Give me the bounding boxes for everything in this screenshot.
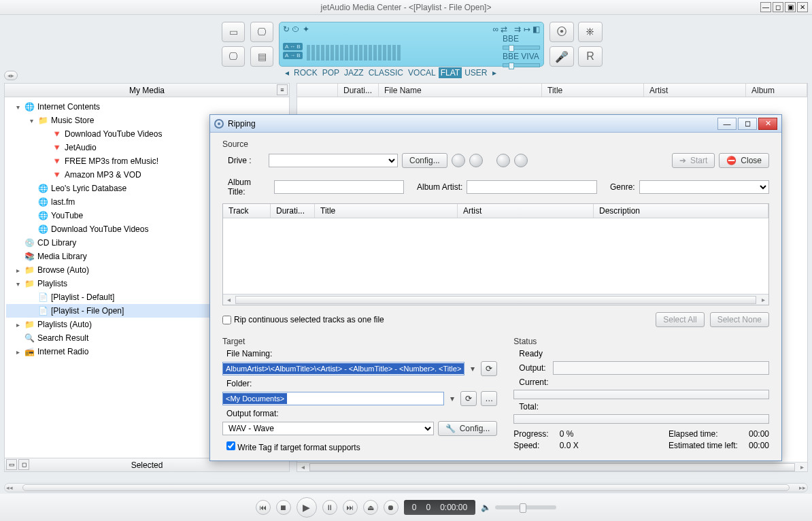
output-format-select[interactable]: WAV - Wave [222,422,434,435]
preset-flat[interactable]: FLAT [439,67,462,78]
sidebar-header-label: My Media [129,86,165,95]
preset-jazz[interactable]: JAZZ [342,67,366,78]
est-value: 00:00 [749,441,769,450]
lcd-ab-badge-2[interactable]: A → B [283,52,303,59]
view-mode-3-button[interactable]: 🖵 [222,46,245,67]
lcd-indicators-right: ∞ ⇄ ⇉ ↦ ◧ [492,24,540,34]
genre-select[interactable] [639,180,769,194]
tree-item-0[interactable]: ▾🌐Internet Contents [6,100,288,114]
col-title[interactable]: Title [542,84,644,97]
eq-presets: ◂ ROCKPOPJAZZCLASSICVOCALFLATUSER▸ [283,67,540,78]
outer-hscroll[interactable]: ◂◂ ▸▸ [4,483,808,492]
sidebar-toggle[interactable]: ◂▸ [4,71,18,80]
minimize-button[interactable]: — [760,2,771,12]
playlist-hscroll[interactable]: ◂▸ [297,462,807,471]
stop-button[interactable]: ⏹ [276,500,291,515]
bbe-label-2: BBE VIVA [503,52,540,61]
total-label: Total: [513,402,769,411]
preset-user[interactable]: USER [462,67,489,78]
est-label: Estimated time left: [669,441,738,450]
preset-pop[interactable]: POP [320,67,341,78]
refresh-circle-2[interactable] [469,154,483,167]
dialog-titlebar[interactable]: Ripping — ◻ ✕ [210,115,781,133]
volume-control[interactable]: 🔈 [481,503,556,512]
burn-button[interactable]: ⛯ [578,22,603,42]
folder-refresh[interactable]: ⟳ [460,391,477,406]
next-button[interactable]: ⏭ [343,500,358,515]
ripping-icon [214,119,224,129]
pause-button[interactable]: ⏸ [322,500,337,515]
speed-value: 0.0 X [560,441,658,450]
dialog-close[interactable]: ✕ [758,118,777,130]
volume-icon: 🔈 [481,503,491,512]
track-table-body[interactable] [223,218,768,294]
start-button[interactable]: ➔Start [672,153,715,168]
tool-circle-1[interactable] [496,154,510,167]
status-group-label: Status [513,337,769,346]
col-duration[interactable]: Durati... [338,84,379,97]
time-3: 0:00:00 [440,503,467,512]
sidebar-header-menu[interactable]: ≡ [277,84,288,95]
col-dur[interactable]: Durati... [271,204,315,218]
selected-btn-2[interactable]: ◻ [18,459,29,470]
col-filename[interactable]: File Name [379,84,542,97]
dialog-minimize[interactable]: — [717,118,737,130]
ripping-dialog: Ripping — ◻ ✕ Source Drive : Config... ➔… [209,114,782,461]
disc-button[interactable]: ⦿ [549,22,574,42]
close-button[interactable]: ✕ [797,2,808,12]
selected-btn-1[interactable]: ▭ [6,459,17,470]
select-all-button[interactable]: Select All [656,312,704,327]
restore-button[interactable]: ▣ [785,2,796,12]
rip-continuous-checkbox[interactable]: Rip continuous selected tracks as one fi… [222,315,384,324]
preset-classic[interactable]: CLASSIC [367,67,405,78]
album-artist-input[interactable] [467,180,596,194]
eject-button[interactable]: ⏏ [363,500,378,515]
bbe-slider-1[interactable] [503,46,540,50]
file-naming-refresh[interactable]: ⟳ [481,361,497,376]
write-tag-checkbox[interactable]: Write Tag if target format supports [222,441,497,452]
drive-config-button[interactable]: Config... [402,153,447,168]
maximize-button[interactable]: ◻ [773,2,783,12]
col-title2[interactable]: Title [315,204,458,218]
equalizer-bars [307,41,498,61]
refresh-circle-1[interactable] [452,154,465,167]
folder-combo[interactable]: <My Documents> [222,392,444,405]
volume-slider[interactable] [495,505,556,509]
time-2: 0 [426,503,430,512]
col-artist[interactable]: Artist [644,84,746,97]
view-mode-4-button[interactable]: ▤ [250,46,273,67]
col-track[interactable]: Track [223,204,271,218]
file-naming-label: File Naming: [222,349,497,358]
select-none-button[interactable]: Select None [710,312,769,327]
lcd-ab-badge-1[interactable]: A ↔ B [283,43,303,50]
play-button[interactable]: ▶ [297,497,317,518]
record-button[interactable]: ⏺ [384,500,399,515]
preset-rock[interactable]: ROCK [292,67,320,78]
format-config-button[interactable]: 🔧 Config... [438,421,498,436]
bbe-slider-2[interactable] [503,63,540,67]
view-mode-1-button[interactable]: ▭ [222,22,245,42]
playlist-columns[interactable]: Durati... File Name Title Artist Album [297,84,807,97]
folder-browse[interactable]: … [481,391,497,406]
dialog-maximize[interactable]: ◻ [738,118,757,130]
track-table-header[interactable]: Track Durati... Title Artist Description [223,204,768,218]
file-naming-combo[interactable]: AlbumArtist>\<AlbumTitle>\<Artist> - <Al… [222,362,464,375]
drive-select[interactable] [269,154,398,167]
tool-circle-2[interactable] [514,154,528,167]
album-title-input[interactable] [274,180,404,194]
top-toolbar: ▭ 🖵 🖵 ▤ ↻ ⏲ ✦ ∞ ⇄ ⇉ ↦ ◧ A ↔ B A → B BBE … [0,15,812,71]
col-desc[interactable]: Description [594,204,768,218]
view-mode-2-button[interactable]: 🖵 [250,22,273,42]
mic-button[interactable]: 🎤 [549,46,574,67]
source-group-label: Source [222,139,769,149]
track-table-scroll[interactable]: ◂▸ [223,294,768,305]
col-artist2[interactable]: Artist [458,204,594,218]
close-rip-button[interactable]: ⛔Close [719,153,769,168]
preset-vocal[interactable]: VOCAL [406,67,438,78]
dialog-title: Ripping [228,119,256,129]
col-album[interactable]: Album [746,84,807,97]
selected-header-label: Selected [131,460,163,470]
player-bar: ⏮ ⏹ ▶ ⏸ ⏭ ⏏ ⏺ 0 0 0:00:00 🔈 [0,494,812,521]
prev-button[interactable]: ⏮ [256,500,271,515]
rip-button[interactable]: R [578,46,603,67]
